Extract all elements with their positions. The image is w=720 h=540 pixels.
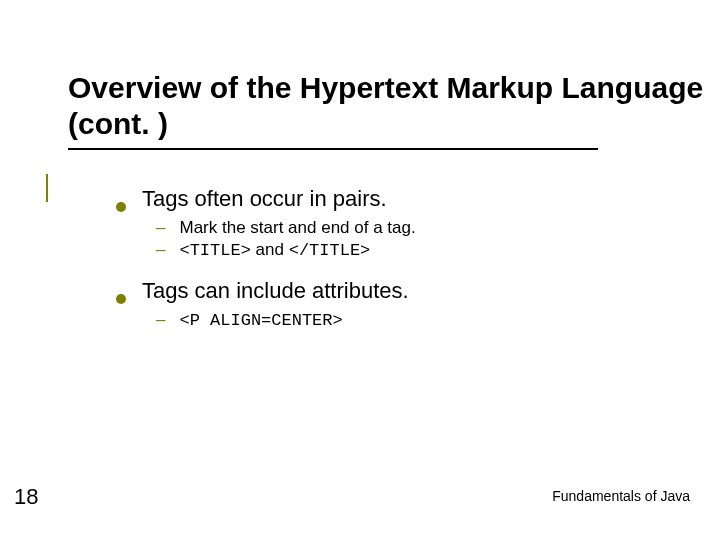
sub-bullet-text: Mark the start and end of a tag. — [179, 218, 415, 238]
sub-bullet-item: – <TITLE> and </TITLE> — [156, 240, 680, 260]
title-underline — [68, 148, 598, 150]
bullet-text: Tags often occur in pairs. — [142, 186, 387, 212]
sub-list: – <P ALIGN=CENTER> — [116, 310, 680, 330]
title-accent-tick — [46, 174, 48, 202]
bullet-item: Tags can include attributes. — [116, 278, 680, 304]
text-fragment: and — [251, 240, 289, 259]
slide-content: Tags often occur in pairs. – Mark the st… — [0, 158, 720, 330]
dash-icon: – — [156, 218, 165, 238]
sub-bullet-text: <TITLE> and </TITLE> — [179, 240, 370, 260]
sub-bullet-item: – <P ALIGN=CENTER> — [156, 310, 680, 330]
code-text: <P ALIGN=CENTER> — [179, 311, 342, 330]
bullet-icon — [116, 202, 126, 212]
sub-list: – Mark the start and end of a tag. – <TI… — [116, 218, 680, 260]
slide-title-area: Overview of the Hypertext Markup Languag… — [0, 0, 720, 158]
page-number: 18 — [14, 484, 38, 510]
dash-icon: – — [156, 240, 165, 260]
bullet-text: Tags can include attributes. — [142, 278, 409, 304]
code-text: </TITLE> — [289, 241, 371, 260]
footer-text: Fundamentals of Java — [552, 488, 690, 504]
sub-bullet-item: – Mark the start and end of a tag. — [156, 218, 680, 238]
bullet-icon — [116, 294, 126, 304]
slide-title: Overview of the Hypertext Markup Languag… — [68, 70, 720, 142]
bullet-item: Tags often occur in pairs. — [116, 186, 680, 212]
dash-icon: – — [156, 310, 165, 330]
code-text: <TITLE> — [179, 241, 250, 260]
